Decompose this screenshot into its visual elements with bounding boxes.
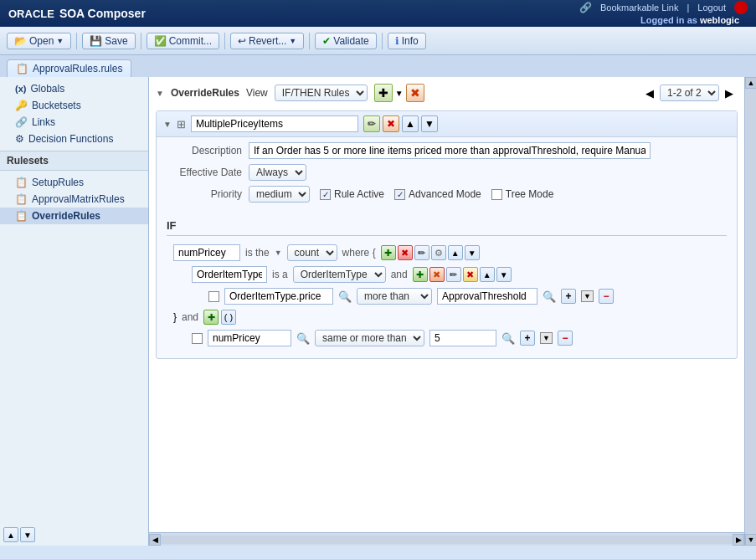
- cond3-search-icon[interactable]: 🔍: [338, 290, 352, 303]
- cond4-group-btn[interactable]: ( ): [221, 310, 236, 325]
- sidebar-down-btn[interactable]: ▼: [20, 527, 35, 542]
- save-button[interactable]: 💾 Save: [82, 33, 135, 49]
- cond5-minus-btn[interactable]: −: [558, 331, 573, 346]
- logout-link[interactable]: Logout: [697, 3, 726, 13]
- cond5-value[interactable]: [429, 330, 496, 346]
- sidebar-item-decision-functions[interactable]: ⚙ Decision Functions: [0, 131, 148, 147]
- revert-dropdown-icon: ▼: [289, 37, 296, 45]
- delete-rule-btn[interactable]: ✖: [406, 84, 424, 102]
- h-scroll-left-btn[interactable]: ◀: [149, 534, 161, 546]
- rule-card: ▼ ⊞ ✏ ✖ ▲ ▼ Description: [156, 110, 738, 359]
- cond4-add-btn[interactable]: ✚: [203, 310, 219, 325]
- setup-rules-label: SetupRules: [32, 177, 84, 188]
- bookmarkable-link[interactable]: Bookmarkable Link: [600, 3, 679, 13]
- sidebar: (x) Globals 🔑 Bucketsets 🔗 Links ⚙ Decis…: [0, 77, 149, 546]
- advanced-mode-label: Advanced Mode: [409, 188, 481, 200]
- rule-edit-btn[interactable]: ✏: [363, 115, 380, 132]
- commit-button[interactable]: ✅ Commit...: [147, 33, 219, 49]
- view-select[interactable]: IF/THEN Rules: [275, 85, 368, 101]
- sidebar-up-btn[interactable]: ▲: [3, 527, 18, 542]
- sidebar-item-links[interactable]: 🔗 Links: [0, 114, 148, 131]
- cond5-checkbox[interactable]: [192, 333, 203, 344]
- v-scroll-up-btn[interactable]: ▲: [745, 77, 756, 89]
- rule-up-btn[interactable]: ▲: [402, 115, 419, 132]
- rule-active-checkbox[interactable]: ✓: [320, 189, 331, 200]
- cond1-up-btn[interactable]: ▲: [448, 245, 463, 260]
- cond2-up-btn[interactable]: ▲: [480, 267, 495, 282]
- info-label: Info: [402, 35, 419, 47]
- cond5-value-search-icon[interactable]: 🔍: [501, 332, 515, 345]
- cond5-field[interactable]: [208, 330, 291, 346]
- pagination-select[interactable]: 1-2 of 2: [660, 85, 719, 101]
- advanced-mode-checkbox[interactable]: ✓: [394, 189, 405, 200]
- revert-button[interactable]: ↩ Revert... ▼: [230, 33, 304, 49]
- priority-select[interactable]: medium: [249, 186, 310, 203]
- add-rule-btn[interactable]: ✚: [374, 84, 393, 102]
- cond1-actions: ✚ ✖ ✏ ⚙ ▲ ▼: [381, 245, 480, 260]
- setup-rules-icon: 📋: [15, 177, 28, 188]
- description-input[interactable]: [249, 142, 651, 159]
- cond1-edit-btn[interactable]: ✏: [414, 245, 429, 260]
- rule-expand-icon[interactable]: ⊞: [177, 118, 186, 131]
- cond1-function-select[interactable]: count: [287, 244, 337, 261]
- sidebar-item-bucketsets[interactable]: 🔑 Bucketsets: [0, 97, 148, 114]
- collapse-arrow[interactable]: ▼: [156, 89, 164, 98]
- cond3-value-search-icon[interactable]: 🔍: [543, 290, 556, 303]
- h-scrollbar[interactable]: ◀ ▶: [149, 532, 744, 546]
- cond2-down-btn[interactable]: ▼: [496, 267, 512, 282]
- cond2-edit-btn[interactable]: ✏: [446, 267, 461, 282]
- nav-right-btn[interactable]: ▶: [721, 85, 738, 101]
- open-label: Open: [29, 35, 54, 47]
- cond5-operator-select[interactable]: same or more than: [315, 330, 424, 346]
- approval-matrix-icon: 📋: [15, 193, 28, 205]
- cond3-dropdown-arrow[interactable]: ▼: [581, 290, 594, 302]
- rule-down-btn[interactable]: ▼: [421, 115, 438, 132]
- cond1-settings-btn[interactable]: ⚙: [431, 245, 446, 260]
- tree-mode-checkbox[interactable]: [491, 189, 502, 200]
- effective-date-select[interactable]: Always: [249, 164, 306, 181]
- sidebar-item-override-rules[interactable]: 📋 OverrideRules: [0, 208, 148, 224]
- rule-collapse-arrow[interactable]: ▼: [163, 120, 172, 129]
- logged-in-bar: Logged in as weblogic: [640, 14, 748, 26]
- priority-options: medium ✓ Rule Active ✓ Advanced Mode: [249, 186, 553, 203]
- cond3-checkbox[interactable]: [208, 291, 219, 302]
- cond5-plus-btn[interactable]: +: [520, 331, 535, 346]
- tab-bar: 📋 ApprovalRules.rules: [0, 55, 756, 77]
- cond1-down-btn[interactable]: ▼: [465, 245, 480, 260]
- open-button[interactable]: 📂 Open ▼: [7, 33, 71, 49]
- rule-delete-btn[interactable]: ✖: [383, 115, 399, 132]
- cond2-remove-btn[interactable]: ✖: [429, 267, 445, 282]
- v-scroll-track: [745, 89, 756, 534]
- cond5-dropdown-arrow[interactable]: ▼: [540, 332, 553, 344]
- v-scroll-down-btn[interactable]: ▼: [745, 534, 756, 546]
- cond1-add-btn[interactable]: ✚: [381, 245, 396, 260]
- rulesets-text: Rulesets: [7, 155, 49, 167]
- cond3-value[interactable]: [437, 288, 537, 305]
- cond2-add-btn[interactable]: ✚: [413, 267, 428, 282]
- nav-arrows: ◀ 1-2 of 2 ▶: [641, 85, 738, 101]
- approval-rules-tab[interactable]: 📋 ApprovalRules.rules: [7, 59, 131, 77]
- dropdown-arrow[interactable]: ▼: [395, 89, 404, 98]
- cond1-remove-btn[interactable]: ✖: [398, 245, 413, 260]
- validate-button[interactable]: ✔ Validate: [315, 33, 376, 49]
- sidebar-item-globals[interactable]: (x) Globals: [0, 80, 148, 97]
- rule-active-item: ✓ Rule Active: [320, 188, 384, 200]
- cond1-field[interactable]: [173, 244, 240, 261]
- cond3-operator-select[interactable]: more than: [357, 288, 432, 305]
- rule-name-input[interactable]: [191, 115, 358, 132]
- sidebar-item-approval-matrix-rules[interactable]: 📋 ApprovalMatrixRules: [0, 191, 148, 208]
- cond3-field[interactable]: [224, 288, 333, 305]
- cond2-delete-btn[interactable]: ✖: [463, 267, 478, 282]
- h-scroll-right-btn[interactable]: ▶: [733, 534, 744, 546]
- links-icon: 🔗: [15, 116, 28, 128]
- bucketsets-icon: 🔑: [15, 100, 28, 111]
- cond2-field[interactable]: [192, 266, 267, 283]
- nav-left-btn[interactable]: ◀: [641, 85, 658, 101]
- info-button[interactable]: ℹ Info: [388, 33, 426, 49]
- sidebar-item-setup-rules[interactable]: 📋 SetupRules: [0, 174, 148, 191]
- cond2-type-select[interactable]: OrderItemType: [293, 266, 386, 283]
- decision-functions-label: Decision Functions: [28, 133, 113, 145]
- cond5-search-icon[interactable]: 🔍: [296, 332, 310, 345]
- cond3-minus-btn[interactable]: −: [599, 289, 614, 304]
- cond3-plus-btn[interactable]: +: [561, 289, 576, 304]
